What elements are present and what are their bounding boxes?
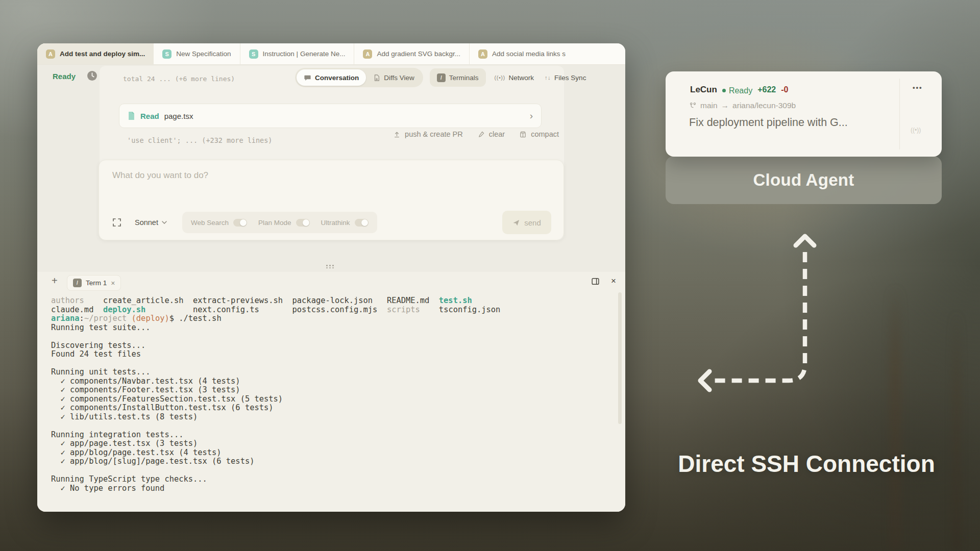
chrome-tab-label: Add gradient SVG backgr... — [377, 50, 460, 58]
agent-name: LeCun — [690, 85, 717, 95]
scrollbar-thumb[interactable] — [618, 292, 622, 424]
terminal-line: ✓ app/page.test.tsx (3 tests) — [51, 439, 610, 448]
status-text: Ready — [729, 86, 752, 95]
ultrathink-toggle[interactable]: Ultrathink — [321, 219, 369, 227]
chrome-tab-3[interactable]: S Instruction | Generate Ne... — [240, 43, 354, 64]
terminal-line — [51, 421, 610, 431]
composer-toggles: Web Search Plan Mode Ultrathink — [182, 212, 377, 233]
ssh-connection-arrow — [684, 231, 817, 396]
terminal-output[interactable]: authors create_article.sh extract-previe… — [51, 296, 610, 510]
status-dot-icon — [722, 89, 726, 92]
terminal-line: ✓ components/Footer.test.tsx (3 tests) — [51, 386, 610, 395]
agent-card[interactable]: LeCun Ready +622 -0 main → ariana/lecun-… — [666, 71, 942, 157]
branch-row: main → ariana/lecun-309b — [689, 101, 796, 110]
terminal-line: Running unit tests... — [51, 368, 610, 377]
app-window: A Add test and deploy sim... S New Speci… — [37, 43, 625, 512]
close-icon[interactable]: × — [111, 279, 115, 287]
agent-status: Ready — [722, 86, 752, 95]
send-button[interactable]: send — [502, 211, 551, 234]
terminal-line: claude.md deploy.sh next.config.ts postc… — [51, 306, 610, 315]
model-selector[interactable]: Sonnet — [135, 218, 167, 227]
arrow-right-icon: → — [721, 101, 729, 110]
terminal-line: ✓ components/Navbar.test.tsx (4 tests) — [51, 377, 610, 386]
signal-icon: ((•)) — [495, 74, 505, 81]
terminal-actions: × — [591, 276, 616, 286]
chrome-tab-label: Add social media links s — [492, 50, 566, 58]
terminal-line — [51, 466, 610, 475]
background-tree-trunk — [889, 286, 901, 551]
compact-button[interactable]: compact — [519, 130, 559, 138]
panel-resize-handle[interactable] — [326, 265, 334, 268]
tab-network[interactable]: ((•)) Network — [493, 74, 536, 82]
tab-label: Network — [509, 74, 534, 82]
tab-terminals[interactable]: / Terminals — [430, 68, 486, 87]
tool-file-name: page.tsx — [164, 112, 193, 120]
tab-diffs-view[interactable]: Diffs View — [366, 69, 422, 86]
terminal-line: ✓ lib/utils.test.ts (8 tests) — [51, 413, 610, 422]
chrome-tab-bar: A Add test and deploy sim... S New Speci… — [37, 43, 625, 65]
toggle-switch[interactable] — [355, 219, 369, 227]
git-branch-icon — [689, 102, 697, 110]
terminal-line: ✓ app/blog/[slug]/page.test.tsx (6 tests… — [51, 457, 610, 466]
action-label: compact — [531, 130, 559, 138]
toggle-switch[interactable] — [296, 219, 310, 227]
document-icon — [128, 111, 135, 120]
terminal-line: ariana:~/project (deploy)$ ./test.sh — [51, 314, 610, 323]
terminal-line: ✓ components/FeaturesSection.test.tsx (5… — [51, 395, 610, 404]
source-branch: main — [700, 101, 718, 110]
toggle-label: Web Search — [191, 219, 229, 227]
chrome-tab-label: New Specification — [176, 50, 231, 58]
tab-label: Terminals — [449, 74, 479, 82]
close-icon[interactable]: × — [611, 276, 616, 286]
prompt-input[interactable] — [112, 170, 429, 193]
diff-file-icon — [373, 74, 380, 82]
action-label: clear — [489, 130, 505, 138]
terminal-line: ✓ app/blog/page.test.tsx (4 tests) — [51, 448, 610, 458]
view-switcher: Conversation Diffs View / Terminals ((•)… — [295, 68, 588, 87]
terminal-line: authors create_article.sh extract-previe… — [51, 296, 610, 306]
terminal-line: ✓ No type errors found — [51, 484, 610, 493]
plan-mode-toggle[interactable]: Plan Mode — [258, 219, 310, 227]
chrome-tab-1[interactable]: A Add test and deploy sim... — [37, 43, 154, 64]
chevron-right-icon[interactable]: › — [530, 110, 533, 121]
conversation-actions: push & create PR clear compact — [339, 130, 559, 138]
terminal-icon: / — [437, 73, 446, 82]
chrome-tab-2[interactable]: S New Specification — [154, 43, 239, 64]
terminal-tab[interactable]: / Term 1 × — [67, 275, 121, 291]
add-terminal-button[interactable]: + — [52, 275, 58, 287]
clock-icon[interactable] — [87, 70, 97, 81]
signal-icon: ((•)) — [911, 127, 921, 134]
web-search-toggle[interactable]: Web Search — [191, 219, 247, 227]
diff-additions: +622 — [757, 85, 776, 94]
expand-icon[interactable] — [112, 218, 121, 227]
agent-badge-icon: A — [46, 49, 55, 59]
chrome-tab-4[interactable]: A Add gradient SVG backgr... — [354, 43, 469, 64]
terminal-scrollbar[interactable] — [618, 292, 622, 507]
card-divider — [899, 79, 900, 149]
split-panel-icon[interactable] — [591, 277, 600, 286]
tab-conversation[interactable]: Conversation — [297, 69, 366, 86]
tab-label: Files Sync — [554, 74, 586, 82]
paper-plane-icon — [512, 219, 520, 227]
spec-badge-icon: S — [162, 49, 172, 59]
terminal-line: Running TypeScript type checks... — [51, 475, 610, 484]
cloud-agent-caption: Cloud Agent — [666, 156, 942, 204]
chrome-tab-label: Instruction | Generate Ne... — [263, 50, 346, 58]
toggle-switch[interactable] — [233, 219, 247, 227]
action-label: push & create PR — [405, 130, 463, 138]
clear-button[interactable]: clear — [477, 130, 505, 138]
chrome-tab-label: Add test and deploy sim... — [60, 50, 145, 58]
terminal-line: Running integration tests... — [51, 431, 610, 440]
toggle-label: Plan Mode — [258, 219, 291, 227]
tab-label: Conversation — [315, 74, 359, 82]
tab-files-sync[interactable]: ↑↓ Files Sync — [543, 74, 588, 82]
more-menu-icon[interactable]: ••• — [913, 84, 923, 91]
chrome-tab-5[interactable]: A Add social media links s — [469, 43, 574, 64]
view-segment-group: Conversation Diffs View — [295, 68, 423, 87]
send-label: send — [524, 218, 541, 227]
push-create-pr-button[interactable]: push & create PR — [393, 130, 463, 138]
tool-call-card[interactable]: Read page.tsx › — [119, 104, 542, 128]
agent-task-title: Fix deployment pipeline with G... — [689, 116, 848, 129]
target-branch: ariana/lecun-309b — [732, 101, 796, 110]
brush-icon — [477, 131, 485, 138]
